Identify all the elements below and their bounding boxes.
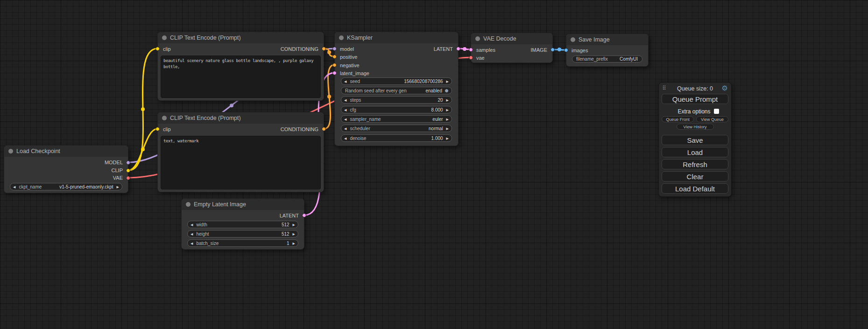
sampler-name-widget[interactable]: ◀ sampler_name euler ▶ <box>341 115 452 123</box>
increment-arrow-icon[interactable]: ▶ <box>117 185 119 189</box>
increment-arrow-icon[interactable]: ▶ <box>446 127 449 130</box>
conditioning-output-port[interactable] <box>322 47 326 51</box>
vae-input-port[interactable] <box>469 56 473 60</box>
node-clip-text-encode-negative[interactable]: CLIP Text Encode (Prompt) clip CONDITION… <box>157 112 324 192</box>
decrement-arrow-icon[interactable]: ◀ <box>344 80 346 83</box>
queue-front-button[interactable]: Queue Front <box>662 116 694 122</box>
node-status-dot[interactable] <box>162 116 167 120</box>
node-title: Empty Latent Image <box>194 201 246 208</box>
decrement-arrow-icon[interactable]: ◀ <box>191 242 193 245</box>
decrement-arrow-icon[interactable]: ◀ <box>191 223 193 226</box>
clear-button[interactable]: Clear <box>662 171 728 182</box>
widget-value: normal <box>429 126 443 131</box>
node-title-bar[interactable]: VAE Decode <box>471 33 552 44</box>
samples-input-label: samples <box>476 47 495 53</box>
widget-label: ckpt_name <box>19 184 42 189</box>
node-status-dot[interactable] <box>186 202 191 207</box>
increment-arrow-icon[interactable]: ▶ <box>446 108 449 112</box>
node-title-bar[interactable]: Load Checkpoint <box>4 146 128 157</box>
increment-arrow-icon[interactable]: ▶ <box>446 80 449 83</box>
height-widget[interactable]: ◀ height 512 ▶ <box>187 230 298 238</box>
settings-gear-icon[interactable]: ⚙ <box>722 84 728 92</box>
negative-input-port[interactable] <box>332 63 337 67</box>
increment-arrow-icon[interactable]: ▶ <box>446 118 449 121</box>
denoise-widget[interactable]: ◀ denoise 1.000 ▶ <box>341 134 452 142</box>
decrement-arrow-icon[interactable]: ◀ <box>344 127 346 130</box>
decrement-arrow-icon[interactable]: ◀ <box>344 108 346 112</box>
positive-prompt-textarea[interactable]: beautiful scenery nature glass bottle la… <box>161 56 321 98</box>
view-queue-button[interactable]: View Queue <box>696 116 728 122</box>
increment-arrow-icon[interactable]: ▶ <box>446 98 449 102</box>
node-ksampler[interactable]: KSampler model positive negative latent_… <box>334 32 459 146</box>
increment-arrow-icon[interactable]: ▶ <box>293 242 295 245</box>
cfg-widget[interactable]: ◀ cfg 8.000 ▶ <box>341 106 452 113</box>
scheduler-widget[interactable]: ◀ scheduler normal ▶ <box>341 125 452 132</box>
extra-options-checkbox[interactable] <box>714 109 719 114</box>
link-midpoint-dot <box>463 47 466 51</box>
clip-output-port[interactable] <box>126 168 130 173</box>
increment-arrow-icon[interactable]: ▶ <box>446 137 449 140</box>
clip-input-label: clip <box>163 46 171 52</box>
node-title-bar[interactable]: CLIP Text Encode (Prompt) <box>158 112 324 124</box>
filename-prefix-widget[interactable]: filename_prefix ComfyUI <box>572 56 642 63</box>
image-output-port[interactable] <box>550 48 555 52</box>
node-status-dot[interactable] <box>571 37 575 42</box>
queue-menu: ⠿ Queue size: 0 ⚙ Queue Prompt Extra opt… <box>658 82 732 197</box>
node-title-bar[interactable]: Save Image <box>566 34 648 45</box>
clip-input-port[interactable] <box>155 47 160 51</box>
conditioning-output-port[interactable] <box>322 127 326 131</box>
view-history-button[interactable]: View History <box>677 124 714 130</box>
queue-prompt-button[interactable]: Queue Prompt <box>662 94 728 104</box>
model-output-port[interactable] <box>126 161 130 165</box>
increment-arrow-icon[interactable]: ▶ <box>293 223 295 226</box>
node-vae-decode[interactable]: VAE Decode samples vae IMAGE <box>471 33 553 63</box>
negative-prompt-textarea[interactable]: text, watermark <box>161 136 321 189</box>
seed-widget[interactable]: ◀ seed 156680208700286 ▶ <box>341 77 452 85</box>
link-midpoint-dot <box>327 50 331 54</box>
images-input-port[interactable] <box>564 48 568 52</box>
positive-input-port[interactable] <box>332 55 337 59</box>
node-title-bar[interactable]: CLIP Text Encode (Prompt) <box>158 32 324 43</box>
node-title: VAE Decode <box>483 35 516 42</box>
node-status-dot[interactable] <box>475 36 480 41</box>
graph-canvas[interactable]: Load Checkpoint MODEL CLIP VAE ◀ ckpt_na… <box>0 0 868 329</box>
node-load-checkpoint[interactable]: Load Checkpoint MODEL CLIP VAE ◀ ckpt_na… <box>4 145 128 193</box>
load-default-button[interactable]: Load Default <box>662 183 728 194</box>
decrement-arrow-icon[interactable]: ◀ <box>13 185 15 189</box>
load-button[interactable]: Load <box>662 147 728 157</box>
widget-value: 1 <box>287 241 289 246</box>
samples-input-port[interactable] <box>469 48 473 52</box>
widget-label: height <box>196 231 209 237</box>
node-title-bar[interactable]: KSampler <box>335 32 458 43</box>
ckpt-name-widget[interactable]: ◀ ckpt_name v1-5-pruned-emaonly.ckpt ▶ <box>10 183 122 190</box>
node-status-dot[interactable] <box>8 149 13 154</box>
latent-output-port[interactable] <box>302 213 306 217</box>
node-clip-text-encode-positive[interactable]: CLIP Text Encode (Prompt) clip CONDITION… <box>157 32 324 101</box>
toggle-dot[interactable] <box>445 89 449 93</box>
batch-size-widget[interactable]: ◀ batch_size 1 ▶ <box>187 239 298 247</box>
widget-label: filename_prefix <box>576 56 608 62</box>
node-save-image[interactable]: Save Image images filename_prefix ComfyU… <box>566 34 649 67</box>
decrement-arrow-icon[interactable]: ◀ <box>344 137 346 140</box>
node-empty-latent-image[interactable]: Empty Latent Image LATENT ◀ width 512 ▶ … <box>181 198 304 250</box>
refresh-button[interactable]: Refresh <box>662 159 728 169</box>
model-input-port[interactable] <box>332 47 337 51</box>
decrement-arrow-icon[interactable]: ◀ <box>344 118 346 121</box>
decrement-arrow-icon[interactable]: ◀ <box>344 98 346 102</box>
latent-image-input-port[interactable] <box>332 71 337 75</box>
node-status-dot[interactable] <box>162 35 167 40</box>
increment-arrow-icon[interactable]: ▶ <box>293 232 295 236</box>
link-midpoint-dot <box>327 95 331 98</box>
vae-output-port[interactable] <box>126 176 130 180</box>
node-status-dot[interactable] <box>339 35 344 40</box>
steps-widget[interactable]: ◀ steps 20 ▶ <box>341 96 452 104</box>
width-widget[interactable]: ◀ width 512 ▶ <box>187 221 298 228</box>
widget-label: seed <box>350 79 360 84</box>
random-seed-widget[interactable]: Random seed after every gen enabled <box>341 87 452 94</box>
decrement-arrow-icon[interactable]: ◀ <box>191 232 193 236</box>
widget-value: 8.000 <box>431 107 443 112</box>
clip-input-port[interactable] <box>155 127 160 131</box>
node-title-bar[interactable]: Empty Latent Image <box>182 199 304 210</box>
latent-output-port[interactable] <box>456 47 460 51</box>
save-button[interactable]: Save <box>662 135 728 145</box>
